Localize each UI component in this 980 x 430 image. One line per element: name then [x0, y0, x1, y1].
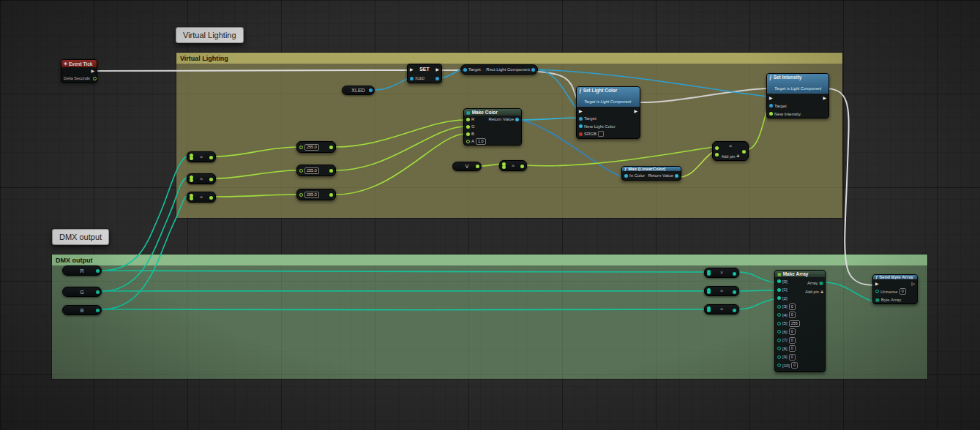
exec-in-pin[interactable]: ▶	[410, 67, 414, 72]
g-output-pin[interactable]	[96, 290, 100, 294]
srgb-pin[interactable]	[579, 132, 583, 136]
exec-in-pin[interactable]: ▶	[769, 96, 773, 100]
array-value-box[interactable]: 0	[789, 328, 796, 335]
node-multiply-dmx-r[interactable]: ×	[704, 268, 739, 278]
array-pin-4[interactable]	[777, 313, 781, 317]
return-value-pin[interactable]	[515, 118, 519, 121]
value-in-pin[interactable]	[299, 146, 303, 149]
array-pin-3[interactable]	[777, 305, 781, 309]
node-multiply-b[interactable]: ×	[187, 192, 216, 203]
multiply-out-pin[interactable]	[520, 165, 524, 168]
target-in-pin[interactable]	[463, 68, 467, 72]
delta-seconds-pin[interactable]	[93, 77, 97, 80]
multiply-out-pin[interactable]	[733, 272, 736, 276]
multiply-out-pin[interactable]	[733, 290, 736, 294]
value-in-pin[interactable]	[299, 193, 303, 197]
multiply-out-pin[interactable]	[209, 156, 213, 159]
multiply-in-b-pin[interactable]	[715, 153, 719, 156]
node-make-array[interactable]: ▦Make Array [0] [1] [2] [3]0 [4]0 [5]255…	[774, 270, 826, 372]
b-output-pin[interactable]	[96, 309, 100, 312]
blueprint-canvas[interactable]: Virtual Lighting DMX output	[0, 0, 980, 430]
universe-value-box[interactable]: 0	[899, 288, 906, 295]
array-pin-5[interactable]	[777, 322, 781, 325]
byte-array-pin[interactable]: ▦	[875, 298, 880, 302]
node-send-byte-array[interactable]: ƒSend Byte Array ▶▷ Universe0 ▦Byte Arra…	[872, 274, 918, 304]
node-multiply-255-r[interactable]: 255.0	[296, 141, 336, 153]
pin-a[interactable]	[466, 140, 470, 143]
add-pin-label[interactable]: Add pin	[722, 154, 736, 159]
in-color-pin[interactable]	[624, 174, 628, 178]
array-pin-0[interactable]	[777, 279, 781, 283]
xled-out-pin[interactable]	[435, 77, 439, 80]
node-get-v[interactable]: V	[452, 162, 482, 171]
value-box[interactable]: 255.0	[304, 144, 319, 151]
node-multiply-v[interactable]: ×	[499, 160, 527, 171]
multiply-out-pin[interactable]	[742, 150, 746, 154]
array-value-box[interactable]: 0	[789, 354, 796, 361]
array-pin-9[interactable]	[777, 355, 781, 359]
r-output-pin[interactable]	[96, 269, 100, 273]
node-get-xled[interactable]: XLED	[342, 86, 375, 95]
multiply-out-pin[interactable]	[209, 178, 213, 181]
value-out-pin[interactable]	[329, 169, 333, 173]
node-multiply-255-b[interactable]: 255.0	[296, 189, 336, 200]
array-pin-1[interactable]	[777, 288, 781, 292]
exec-out-pin[interactable]: ▷	[911, 282, 915, 286]
array-value-box[interactable]: 0	[789, 337, 796, 344]
array-pin-6[interactable]	[777, 330, 781, 333]
array-value-box[interactable]: 255	[789, 320, 800, 327]
exec-in-pin[interactable]: ▶	[875, 282, 879, 286]
exec-out-pin[interactable]: ▶	[823, 96, 826, 100]
node-multiply-r[interactable]: ×	[187, 151, 216, 162]
exec-out-pin[interactable]: ▶	[91, 69, 94, 73]
exec-in-pin[interactable]: ▶	[579, 109, 583, 113]
node-multiply-255-g[interactable]: 255.0	[296, 165, 336, 176]
array-value-box[interactable]: 0	[791, 362, 798, 369]
node-multiply-g[interactable]: ×	[187, 173, 216, 184]
value-out-pin[interactable]	[329, 193, 333, 197]
node-get-rect-light-component[interactable]: TargetRect Light Component	[460, 64, 538, 75]
node-multiply-dmx-b[interactable]: ×	[704, 304, 739, 314]
multiply-out-pin[interactable]	[209, 196, 213, 200]
array-value-box[interactable]: 0	[789, 303, 796, 310]
plus-icon[interactable]: +	[820, 290, 823, 295]
multiply-in-a-pin[interactable]	[715, 146, 719, 150]
array-value-box[interactable]: 0	[789, 345, 796, 352]
node-set-xled[interactable]: ▶SET▶ XLED	[407, 64, 442, 83]
rect-light-out-pin[interactable]	[531, 68, 535, 72]
value-box[interactable]: 255.0	[304, 167, 319, 174]
pin-b[interactable]	[466, 132, 470, 136]
value-in-pin[interactable]	[299, 169, 303, 173]
array-value-box[interactable]: 0	[789, 312, 796, 318]
node-set-intensity[interactable]: ƒSet IntensityTarget is Light Component …	[766, 73, 829, 118]
node-get-g[interactable]: G	[62, 287, 102, 297]
add-pin-label[interactable]: Add pin	[805, 290, 819, 294]
pin-g[interactable]	[466, 125, 470, 129]
node-get-r[interactable]: R	[62, 265, 102, 276]
target-pin[interactable]	[579, 117, 583, 121]
plus-icon[interactable]: +	[736, 154, 739, 159]
value-box[interactable]: 255.0	[304, 192, 319, 198]
node-get-b[interactable]: B	[62, 305, 102, 315]
new-intensity-pin[interactable]	[769, 112, 773, 116]
array-pin-7[interactable]	[777, 339, 781, 342]
new-light-color-pin[interactable]	[579, 124, 583, 128]
array-output-pin[interactable]: ▦	[819, 281, 823, 285]
exec-out-pin[interactable]: ▶	[435, 67, 439, 72]
universe-pin[interactable]	[875, 290, 879, 293]
node-multiply-addpin[interactable]: × Add pin +	[712, 141, 749, 161]
return-value-pin[interactable]	[675, 174, 678, 178]
v-output-pin[interactable]	[476, 165, 479, 168]
array-pin-10[interactable]	[777, 363, 781, 367]
target-pin[interactable]	[769, 104, 773, 108]
node-multiply-dmx-g[interactable]: ×	[704, 286, 739, 296]
xled-in-pin[interactable]	[410, 77, 414, 80]
node-make-color[interactable]: ▦Make Color RReturn Value G B A1.0	[463, 108, 522, 146]
array-pin-8[interactable]	[777, 347, 781, 350]
multiply-out-pin[interactable]	[733, 309, 736, 312]
value-out-pin[interactable]	[329, 146, 333, 149]
node-max-linearcolor[interactable]: ƒMax (LinearColor) In ColorReturn Value	[621, 166, 681, 181]
exec-out-pin[interactable]: ▶	[634, 109, 637, 113]
node-set-light-color[interactable]: ƒSet Light ColorTarget is Light Componen…	[576, 86, 640, 139]
xled-output-pin[interactable]	[369, 88, 373, 92]
